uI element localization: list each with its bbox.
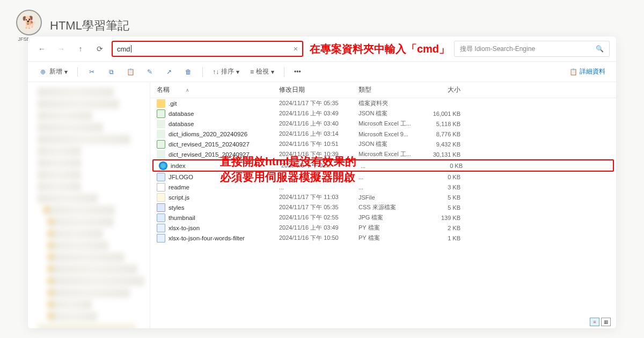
file-date: 2024/11/16 上午 03:14 <box>279 130 358 138</box>
cut-button[interactable]: ✂ <box>83 65 100 78</box>
sidebar-item[interactable] <box>48 217 114 227</box>
file-name: index <box>171 163 186 169</box>
file-name: thumbnail <box>169 215 195 221</box>
sort-button[interactable]: ↑↓ 排序 ▾ <box>208 65 244 78</box>
file-size: 30,131 KB <box>423 151 460 158</box>
view-button[interactable]: ≡ 檢視 ▾ <box>246 65 279 78</box>
details-button[interactable]: 📋 詳細資料 <box>565 65 610 78</box>
delete-button[interactable]: 🗑 <box>180 65 197 78</box>
new-button[interactable]: ⊕新增 ▾ <box>34 65 72 78</box>
file-row[interactable]: xlsx-to-json-four-words-filter 2024/11/1… <box>150 233 616 243</box>
file-date: 2024/11/16 上午 03:49 <box>279 224 358 232</box>
file-date: 2024/11/16 下午 10:50 <box>279 234 358 242</box>
file-name: xlsx-to-json <box>169 225 200 231</box>
search-placeholder: 搜尋 Idiom-Search-Engine <box>460 45 535 54</box>
file-name: dict_idioms_2020_20240926 <box>169 131 247 137</box>
sidebar-item[interactable] <box>38 170 81 180</box>
file-row[interactable]: dict_revised_2015_20240927 2024/11/16 下午… <box>150 139 616 149</box>
col-size[interactable]: 大小 <box>423 85 460 94</box>
sidebar-item[interactable] <box>48 288 130 298</box>
file-row[interactable]: script.js 2024/11/17 下午 11:03 JSFile 5 K… <box>150 192 616 202</box>
file-icon <box>157 224 165 232</box>
sidebar-item[interactable] <box>38 146 81 156</box>
copy-button[interactable]: ⧉ <box>103 65 120 78</box>
sidebar-item[interactable] <box>48 253 125 262</box>
sidebar-item[interactable] <box>48 264 137 274</box>
file-type: JPG 檔案 <box>358 214 423 222</box>
file-name: dict_revised_2015_20240927 <box>169 141 250 148</box>
search-input[interactable]: 搜尋 Idiom-Search-Engine 🔍 <box>454 41 610 57</box>
logo-circle: 🐕 <box>16 10 42 35</box>
file-row[interactable]: styles 2024/11/17 下午 05:35 CSS 來源檔案 5 KB <box>150 202 616 212</box>
file-type: Microsoft Excel 工... <box>358 120 423 128</box>
file-name: xlsx-to-json-four-words-filter <box>169 235 245 241</box>
sidebar-item[interactable] <box>38 123 103 133</box>
file-name: JFLOGO <box>169 174 193 180</box>
sidebar-item[interactable] <box>48 312 97 321</box>
annotation-cmd: 在專案資料夾中輸入「cmd」 <box>310 42 450 56</box>
file-row[interactable]: .git 2024/11/17 下午 05:35 檔案資料夾 <box>150 98 616 108</box>
action-toolbar: ⊕新增 ▾ ✂ ⧉ 📋 ✎ ↗ 🗑 ↑↓ 排序 ▾ ≡ 檢視 ▾ ••• 📋 詳… <box>28 62 616 82</box>
sidebar-item[interactable] <box>44 205 115 215</box>
up-button[interactable]: ↑ <box>73 41 88 56</box>
file-date: 2024/11/17 下午 05:35 <box>279 203 358 211</box>
sidebar-item[interactable] <box>38 99 119 109</box>
file-date: 2024/11/16 上午 03:49 <box>279 109 358 117</box>
forward-button[interactable]: → <box>54 41 69 56</box>
back-button[interactable]: ← <box>34 41 49 56</box>
clear-icon[interactable]: × <box>294 45 298 53</box>
file-name: script.js <box>169 194 189 201</box>
file-name: database <box>169 111 194 117</box>
col-type[interactable]: 類型 <box>358 85 423 94</box>
file-type: JSON 檔案 <box>358 109 423 117</box>
file-size: 5 KB <box>423 194 460 201</box>
file-icon <box>157 173 165 181</box>
file-date: 2024/11/16 下午 02:55 <box>279 214 358 222</box>
file-row[interactable]: thumbnail 2024/11/16 下午 02:55 JPG 檔案 139… <box>150 212 616 223</box>
details-view-icon[interactable]: ≡ <box>590 318 599 326</box>
file-icon <box>157 203 165 212</box>
more-button[interactable]: ••• <box>290 66 305 78</box>
column-headers: 名稱∧ 修改日期 類型 大小 <box>150 82 616 98</box>
file-row[interactable]: database 2024/11/16 上午 03:40 Microsoft E… <box>150 119 616 129</box>
file-type: 檔案資料夾 <box>358 99 423 107</box>
file-name: .git <box>169 100 177 107</box>
grid-view-icon[interactable]: ▦ <box>601 318 611 326</box>
sidebar-item[interactable] <box>48 300 92 310</box>
sidebar-item[interactable] <box>38 182 81 192</box>
file-type: Microsoft Excel 工... <box>358 150 423 158</box>
file-row[interactable]: database 2024/11/16 上午 03:49 JSON 檔案 16,… <box>150 108 616 119</box>
file-name: database <box>169 121 194 127</box>
file-row[interactable]: dict_idioms_2020_20240926 2024/11/16 上午 … <box>150 129 616 139</box>
sidebar-item[interactable] <box>38 135 130 144</box>
sidebar-item[interactable] <box>38 194 98 203</box>
sidebar-item[interactable] <box>48 241 108 251</box>
file-size: 0 KB <box>423 174 460 180</box>
file-icon <box>159 161 167 170</box>
refresh-button[interactable]: ⟳ <box>92 41 107 56</box>
file-icon <box>157 234 165 243</box>
sidebar-item[interactable] <box>38 158 81 168</box>
sidebar-item[interactable] <box>38 111 92 121</box>
share-button[interactable]: ↗ <box>160 65 178 78</box>
sidebar-item[interactable] <box>48 276 144 286</box>
file-date: 2024/11/17 下午 11:03 <box>279 193 358 201</box>
sidebar <box>28 82 150 328</box>
sidebar-item[interactable] <box>38 87 114 97</box>
nav-toolbar: ← → ↑ ⟳ cmd × 在專案資料夾中輸入「cmd」 搜尋 Idiom-Se… <box>28 36 616 62</box>
col-date[interactable]: 修改日期 <box>279 85 358 94</box>
col-name[interactable]: 名稱∧ <box>157 85 279 94</box>
file-size: 5,118 KB <box>423 121 460 127</box>
file-type: CSS 來源檔案 <box>358 203 423 211</box>
paste-button[interactable]: 📋 <box>122 65 139 78</box>
sidebar-item[interactable] <box>48 229 103 239</box>
separator <box>77 67 78 77</box>
file-icon <box>157 140 165 149</box>
sidebar-item[interactable] <box>38 324 136 328</box>
address-bar[interactable]: cmd × <box>112 41 303 57</box>
file-row[interactable]: xlsx-to-json 2024/11/16 上午 03:49 PY 檔案 2… <box>150 223 616 233</box>
rename-button[interactable]: ✎ <box>141 65 158 78</box>
separator <box>284 67 284 77</box>
file-date: 2024/11/16 上午 03:40 <box>279 120 358 128</box>
address-value: cmd <box>117 45 130 53</box>
